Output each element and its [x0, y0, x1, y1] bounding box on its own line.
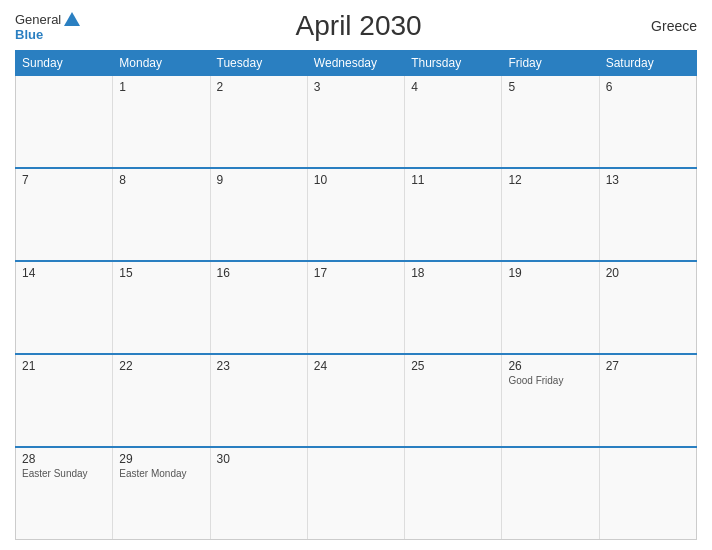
day-number: 23	[217, 359, 301, 373]
calendar-cell: 28Easter Sunday	[16, 447, 113, 540]
day-number: 20	[606, 266, 690, 280]
calendar-cell	[405, 447, 502, 540]
calendar-cell: 29Easter Monday	[113, 447, 210, 540]
calendar-cell: 4	[405, 76, 502, 169]
day-number: 19	[508, 266, 592, 280]
day-number: 26	[508, 359, 592, 373]
day-number: 11	[411, 173, 495, 187]
calendar-cell: 23	[210, 354, 307, 447]
day-number: 9	[217, 173, 301, 187]
calendar-cell	[307, 447, 404, 540]
day-event: Good Friday	[508, 375, 592, 386]
header: General Blue April 2030 Greece	[15, 10, 697, 42]
day-number: 8	[119, 173, 203, 187]
day-number: 27	[606, 359, 690, 373]
calendar-cell: 2	[210, 76, 307, 169]
logo: General Blue	[15, 12, 80, 41]
calendar-cell: 19	[502, 261, 599, 354]
calendar-cell	[599, 447, 696, 540]
calendar-page: General Blue April 2030 Greece Sunday Mo…	[0, 0, 712, 550]
day-number: 15	[119, 266, 203, 280]
calendar-cell: 13	[599, 168, 696, 261]
day-number: 10	[314, 173, 398, 187]
calendar-cell: 27	[599, 354, 696, 447]
day-number: 30	[217, 452, 301, 466]
calendar-cell: 12	[502, 168, 599, 261]
col-tuesday: Tuesday	[210, 51, 307, 76]
country-label: Greece	[637, 18, 697, 34]
logo-general-text: General	[15, 13, 61, 26]
day-number: 7	[22, 173, 106, 187]
calendar-title: April 2030	[80, 10, 637, 42]
col-thursday: Thursday	[405, 51, 502, 76]
calendar-cell	[16, 76, 113, 169]
day-number: 17	[314, 266, 398, 280]
day-number: 6	[606, 80, 690, 94]
calendar-cell: 26Good Friday	[502, 354, 599, 447]
day-number: 29	[119, 452, 203, 466]
calendar-row: 123456	[16, 76, 697, 169]
day-number: 3	[314, 80, 398, 94]
calendar-cell: 1	[113, 76, 210, 169]
day-number: 25	[411, 359, 495, 373]
calendar-cell: 14	[16, 261, 113, 354]
calendar-row: 212223242526Good Friday27	[16, 354, 697, 447]
day-number: 24	[314, 359, 398, 373]
day-number: 2	[217, 80, 301, 94]
calendar-cell: 11	[405, 168, 502, 261]
calendar-cell: 8	[113, 168, 210, 261]
day-number: 18	[411, 266, 495, 280]
day-number: 28	[22, 452, 106, 466]
day-number: 4	[411, 80, 495, 94]
calendar-cell: 20	[599, 261, 696, 354]
calendar-cell: 10	[307, 168, 404, 261]
calendar-table: Sunday Monday Tuesday Wednesday Thursday…	[15, 50, 697, 540]
logo-blue-text: Blue	[15, 28, 80, 41]
calendar-cell: 22	[113, 354, 210, 447]
day-number: 21	[22, 359, 106, 373]
col-monday: Monday	[113, 51, 210, 76]
day-event: Easter Sunday	[22, 468, 106, 479]
header-row: Sunday Monday Tuesday Wednesday Thursday…	[16, 51, 697, 76]
calendar-cell: 30	[210, 447, 307, 540]
day-number: 12	[508, 173, 592, 187]
day-event: Easter Monday	[119, 468, 203, 479]
calendar-cell: 18	[405, 261, 502, 354]
col-friday: Friday	[502, 51, 599, 76]
calendar-cell: 7	[16, 168, 113, 261]
day-number: 13	[606, 173, 690, 187]
calendar-cell: 5	[502, 76, 599, 169]
day-number: 14	[22, 266, 106, 280]
day-number: 1	[119, 80, 203, 94]
calendar-cell: 21	[16, 354, 113, 447]
col-sunday: Sunday	[16, 51, 113, 76]
day-number: 16	[217, 266, 301, 280]
calendar-cell: 24	[307, 354, 404, 447]
calendar-cell: 25	[405, 354, 502, 447]
col-wednesday: Wednesday	[307, 51, 404, 76]
logo-triangle-icon	[64, 12, 80, 26]
calendar-cell: 6	[599, 76, 696, 169]
calendar-cell: 17	[307, 261, 404, 354]
day-number: 22	[119, 359, 203, 373]
calendar-row: 14151617181920	[16, 261, 697, 354]
day-number: 5	[508, 80, 592, 94]
calendar-cell: 16	[210, 261, 307, 354]
calendar-cell: 3	[307, 76, 404, 169]
calendar-row: 78910111213	[16, 168, 697, 261]
calendar-cell	[502, 447, 599, 540]
calendar-cell: 9	[210, 168, 307, 261]
calendar-cell: 15	[113, 261, 210, 354]
calendar-row: 28Easter Sunday29Easter Monday30	[16, 447, 697, 540]
col-saturday: Saturday	[599, 51, 696, 76]
